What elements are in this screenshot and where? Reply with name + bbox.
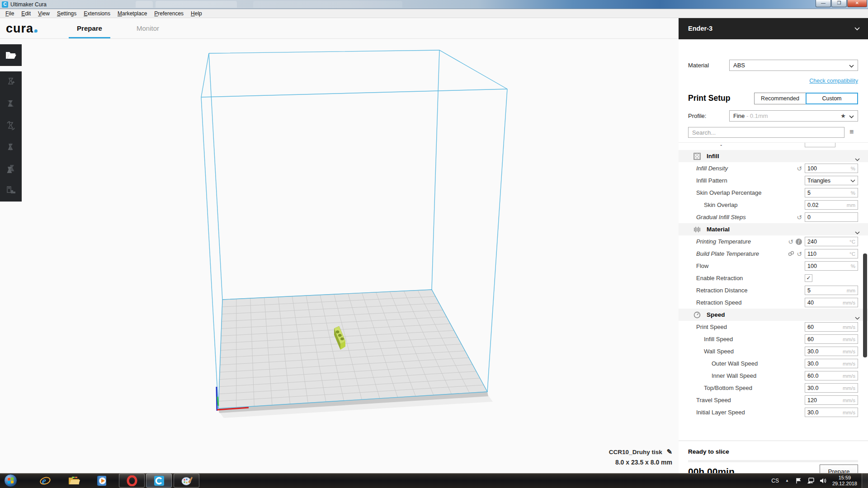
window-titlebar[interactable]: C Ultimaker Cura — ❐ ✕ xyxy=(0,0,868,9)
select-infill-pattern[interactable]: Triangles xyxy=(805,176,858,185)
revert-icon[interactable]: ↺ xyxy=(797,214,802,221)
setting-value: 60.0 xyxy=(807,373,818,379)
input-skin-overlap[interactable]: 0.02mm xyxy=(805,200,858,210)
media-player-button[interactable] xyxy=(96,474,108,487)
checkbox-enable-retraction[interactable]: ✓ xyxy=(805,274,812,282)
input-printing-temperature[interactable]: 240°C xyxy=(805,237,858,246)
cura-app-icon: C xyxy=(2,1,8,8)
input-print-speed[interactable]: 60mm/s xyxy=(805,322,858,332)
open-folder-icon xyxy=(5,50,17,60)
start-button[interactable] xyxy=(4,474,17,487)
minimize-button[interactable]: — xyxy=(816,0,831,7)
input-inner-wall-speed[interactable]: 60.0mm/s xyxy=(805,371,858,380)
setting-unit: mm/s xyxy=(843,385,855,391)
move-tool[interactable] xyxy=(0,71,22,93)
material-dropdown[interactable]: ABS xyxy=(729,60,858,71)
input-retraction-distance[interactable]: 5mm xyxy=(805,286,858,295)
tray-expand-icon[interactable]: ▲ xyxy=(785,479,789,483)
cura-app-button[interactable] xyxy=(146,474,172,488)
setting-list[interactable]: - InfillInfill Density↺100%Infill Patter… xyxy=(679,142,868,441)
rename-pencil-icon[interactable]: ✎ xyxy=(666,448,672,455)
setting-row-infill-speed: Infill Speed60mm/s xyxy=(679,333,868,345)
show-desktop-button[interactable] xyxy=(862,473,868,488)
input-wall-speed[interactable]: 30.0mm/s xyxy=(805,347,858,356)
internet-explorer-button[interactable]: e xyxy=(39,474,52,487)
revert-icon[interactable]: ↺ xyxy=(797,251,802,257)
open-file-button[interactable] xyxy=(0,44,22,66)
check-compatibility-link[interactable]: Check compatibility xyxy=(809,78,858,84)
input-initial-layer-speed[interactable]: 30.0mm/s xyxy=(805,408,858,417)
menu-settings[interactable]: Settings xyxy=(53,9,80,18)
windows-taskbar: e xyxy=(0,473,868,488)
recommended-mode-button[interactable]: Recommended xyxy=(754,93,806,104)
file-explorer-button[interactable] xyxy=(68,474,80,487)
setting-row-top-bottom-speed: Top/Bottom Speed30.0mm/s xyxy=(679,382,868,394)
setting-label: Print Speed xyxy=(696,324,727,330)
settings-scrollbar[interactable] xyxy=(863,253,867,357)
cura-logo-dot xyxy=(34,29,38,33)
volume-icon[interactable] xyxy=(820,478,827,484)
input-skin-overlap-percentage[interactable]: 5% xyxy=(805,188,858,197)
restore-button[interactable]: ❐ xyxy=(831,0,847,7)
close-button[interactable]: ✕ xyxy=(847,0,867,7)
network-icon[interactable] xyxy=(807,478,814,484)
setting-label: Infill Pattern xyxy=(696,177,727,184)
input-build-plate-temperature[interactable]: 110°C xyxy=(805,249,858,258)
section-header-infill[interactable]: Infill xyxy=(679,150,868,162)
printer-selector[interactable]: Ender-3 xyxy=(679,18,868,39)
taskbar-clock[interactable]: 15:59 29.12.2018 xyxy=(832,475,857,487)
action-center-flag-icon[interactable] xyxy=(795,478,802,484)
per-model-settings-tool[interactable] xyxy=(0,158,22,180)
model-name[interactable]: CCR10_Druhy tisk xyxy=(609,449,662,455)
revert-icon[interactable]: ↺ xyxy=(788,239,793,245)
menu-help[interactable]: Help xyxy=(187,9,206,18)
input-gradual-infill-steps[interactable]: 0 xyxy=(805,212,858,222)
rotate-tool[interactable] xyxy=(0,115,22,136)
setting-search-input[interactable] xyxy=(688,127,844,138)
setting-label: Initial Layer Speed xyxy=(696,409,745,416)
tab-prepare[interactable]: Prepare xyxy=(69,18,110,38)
setting-visibility-menu-icon[interactable]: ≡ xyxy=(849,128,854,136)
menu-extensions[interactable]: Extensions xyxy=(80,9,114,18)
setting-label: Build Plate Temperature xyxy=(696,250,759,257)
mirror-tool[interactable] xyxy=(0,136,22,158)
opera-app-button[interactable] xyxy=(119,474,145,488)
menu-preferences[interactable]: Preferences xyxy=(151,9,187,18)
menu-edit[interactable]: Edit xyxy=(18,9,34,18)
setting-unit: mm/s xyxy=(843,410,855,415)
revert-icon[interactable]: ↺ xyxy=(797,165,802,172)
setting-unit: % xyxy=(851,166,855,171)
clock-time: 15:59 xyxy=(832,475,857,481)
formula-icon[interactable]: f xyxy=(796,239,802,245)
scale-tool[interactable] xyxy=(0,93,22,115)
menu-marketplace[interactable]: Marketplace xyxy=(114,9,151,18)
setting-row-enable-retraction: Enable Retraction✓ xyxy=(679,272,868,284)
setting-row-print-speed: Print Speed60mm/s xyxy=(679,321,868,333)
input-travel-speed[interactable]: 120mm/s xyxy=(805,395,858,405)
setting-label: Gradual Infill Steps xyxy=(696,214,746,221)
input-infill-speed[interactable]: 60mm/s xyxy=(805,334,858,344)
support-blocker-tool[interactable] xyxy=(0,180,22,202)
input-flow[interactable]: 100% xyxy=(805,261,858,271)
setting-label: Top/Bottom Speed xyxy=(704,385,752,391)
section-title: Speed xyxy=(707,311,725,318)
language-indicator[interactable]: CS xyxy=(771,478,779,484)
menu-file[interactable]: File xyxy=(2,9,18,18)
paint-app-button[interactable] xyxy=(174,474,199,488)
input-outer-wall-speed[interactable]: 30.0mm/s xyxy=(805,359,858,368)
custom-mode-button[interactable]: Custom xyxy=(806,93,858,104)
section-header-material[interactable]: Material xyxy=(679,223,868,235)
menu-view[interactable]: View xyxy=(34,9,53,18)
section-title: Infill xyxy=(707,153,719,160)
tab-monitor[interactable]: Monitor xyxy=(132,18,164,38)
section-header-speed[interactable]: Speed xyxy=(679,309,868,321)
input-retraction-speed[interactable]: 40mm/s xyxy=(805,298,858,307)
setting-row-wall-speed: Wall Speed30.0mm/s xyxy=(679,345,868,357)
profile-dropdown[interactable]: Fine - 0.1mm ★ xyxy=(729,110,858,122)
input-infill-density[interactable]: 100% xyxy=(805,164,858,173)
viewport-3d[interactable]: CCR10_Druhy tisk ✎ 8.0 x 23.5 x 8.0 mm xyxy=(22,39,679,473)
setting-unit: mm/s xyxy=(843,398,855,403)
setting-unit: °C xyxy=(849,239,855,244)
input-top-bottom-speed[interactable]: 30.0mm/s xyxy=(805,383,858,393)
svg-text:e: e xyxy=(42,476,46,486)
